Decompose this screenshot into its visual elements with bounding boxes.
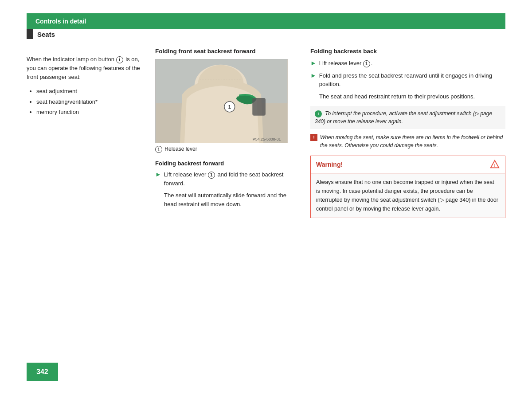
svg-rect-6 [252,98,266,116]
circle-1-step: 1 [208,172,215,179]
circle-1-back1: 1 [363,60,370,67]
seat-image-container: 1 P54.25-5008-31 [155,59,288,143]
left-intro: When the indicator lamp on button i is o… [27,55,142,82]
page-number: 342 [36,368,48,376]
arrow-icon-1: ► [155,171,161,178]
bullet-seat-adjustment: seat adjustment [36,86,142,96]
header-bar: Controls in detail [27,13,505,29]
folding-forward-heading: Folding front seat backrest forward [155,48,297,55]
caption-text: Release lever [164,146,197,152]
info-box: i To interrupt the procedure, activate t… [310,106,505,129]
main-content: When the indicator lamp on button i is o… [27,48,505,218]
circle-1-left: i [116,56,123,63]
back-step2: ► Fold and press the seat backrest rearw… [310,71,505,89]
warning-triangle-icon: ! [490,160,500,169]
warning-note-text: When moving the seat, make sure there ar… [320,133,505,149]
backrest-note1: The seat will automatically slide forwar… [164,191,297,208]
back-note1: The seat and head restraint return to th… [319,92,505,101]
info-icon: i [315,110,322,117]
folding-backrest-heading: Folding backrest forward [155,160,297,167]
back-step1-text: Lift release lever 1. [319,59,373,68]
backrest-step1: ► Lift release lever 1 and fold the seat… [155,170,297,188]
info-text: To interrupt the procedure, activate the… [315,110,492,125]
header-title: Controls in detail [35,18,86,25]
bullet-seat-heating: seat heating/ventilation* [36,97,142,107]
arrow-icon-back1: ► [310,59,317,66]
arrow-icon-back2: ► [310,72,317,79]
bullet-memory-function: memory function [36,107,142,117]
section-title-text: Seats [37,31,55,38]
bullet-list: seat adjustment seat heating/ventilation… [27,86,142,117]
folding-back-heading: Folding backrests back [310,48,505,55]
warning-body: Always ensure that no one can become tra… [311,173,505,218]
back-step1: ► Lift release lever 1. [310,59,505,68]
circle-1-caption: 1 [155,146,162,153]
section-title-area: Seats [27,29,505,39]
section-black-bar [27,29,33,39]
right-column: Folding backrests back ► Lift release le… [310,48,505,218]
warning-title: Warning! [316,161,343,168]
warning-sq-icon: ! [310,134,317,141]
back-step2-text: Fold and press the seat backrest rearwar… [319,71,505,89]
warning-note: ! When moving the seat, make sure there … [310,133,505,149]
seat-illustration: 1 P54.25-5008-31 [156,59,288,143]
left-column: When the indicator lamp on button i is o… [27,48,142,218]
svg-text:P54.25-5008-31: P54.25-5008-31 [253,137,281,141]
svg-text:!: ! [494,163,495,168]
backrest-step1-text: Lift release lever 1 and fold the seat b… [164,170,297,188]
warning-box: Warning! ! Always ensure that no one can… [310,156,505,218]
warning-box-header: Warning! ! [311,156,505,173]
svg-text:1: 1 [228,104,231,110]
page-number-box: 342 [27,363,58,381]
image-caption: 1 Release lever [155,146,297,153]
mid-column: Folding front seat backrest forward [155,48,297,218]
